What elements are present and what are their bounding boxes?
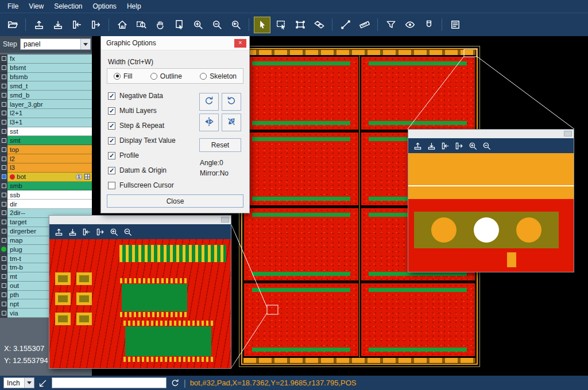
snap-button[interactable]: [420, 17, 437, 33]
layer-visibility-toggle[interactable]: [0, 254, 7, 263]
layer-row-l2[interactable]: l2: [0, 154, 92, 163]
report-button[interactable]: [447, 17, 463, 33]
layer-row-bfsmb[interactable]: bfsmb: [0, 73, 92, 82]
layer-visibility-toggle[interactable]: [0, 91, 7, 100]
layer-visibility-toggle[interactable]: [0, 200, 7, 209]
layer-visibility-toggle[interactable]: [0, 54, 7, 64]
zoom-in-button[interactable]: [469, 142, 477, 150]
zoom-out-button[interactable]: [482, 142, 491, 150]
layer-checkbox[interactable]: [2, 283, 6, 288]
ruler-button[interactable]: [356, 17, 373, 33]
layer-checkbox[interactable]: [2, 311, 6, 315]
layer-checkbox[interactable]: [2, 210, 6, 215]
marquee-select-button[interactable]: [273, 17, 289, 33]
layer-checkbox[interactable]: [2, 302, 6, 306]
layer-checkbox[interactable]: [2, 65, 6, 70]
zoom-in-button[interactable]: [110, 228, 118, 236]
radio-icon[interactable]: [150, 73, 157, 80]
layer-checkbox[interactable]: [2, 202, 6, 206]
radio-icon[interactable]: [200, 73, 207, 80]
mode-fill[interactable]: Fill: [114, 72, 132, 80]
import-right-button[interactable]: [96, 228, 105, 236]
layer-visibility-toggle[interactable]: [0, 73, 7, 82]
layer-visibility-toggle[interactable]: [0, 299, 7, 309]
layer-row-bfsmt[interactable]: bfsmt: [0, 64, 92, 73]
filter-button[interactable]: [382, 17, 399, 33]
layer-checkbox[interactable]: [2, 238, 6, 243]
layer-checkbox[interactable]: [2, 184, 6, 188]
measure-distance-button[interactable]: [337, 17, 354, 33]
option-fullscreen-cursor[interactable]: Fullscreen Cursor: [108, 181, 176, 189]
layer-checkbox[interactable]: [2, 229, 6, 233]
layer-checkbox[interactable]: [2, 256, 6, 261]
checkbox-icon[interactable]: ✓: [108, 107, 115, 115]
layer-checkbox[interactable]: [2, 274, 6, 279]
transform-select-button[interactable]: [292, 17, 308, 33]
window-button-icon[interactable]: [564, 131, 572, 136]
import-right-button[interactable]: [87, 17, 104, 33]
mirror-diagonal-button[interactable]: [222, 114, 241, 131]
layer-checkbox[interactable]: [2, 138, 6, 143]
zoom-previous-button[interactable]: [227, 17, 244, 33]
layer-row-smb[interactable]: smb: [0, 182, 92, 191]
layer-visibility-toggle[interactable]: [0, 272, 7, 282]
layer-visibility-toggle[interactable]: [0, 309, 7, 318]
layer-visibility-toggle[interactable]: [0, 109, 7, 118]
layer-row-bot[interactable]: bot1: [0, 173, 92, 182]
close-button[interactable]: Close: [107, 194, 243, 208]
menu-view[interactable]: View: [24, 1, 49, 11]
zoom-view-detail[interactable]: [49, 239, 231, 368]
layer-visibility-toggle[interactable]: [0, 127, 7, 136]
rotate-cw-button[interactable]: [199, 93, 219, 111]
layer-visibility-toggle[interactable]: [0, 154, 7, 163]
reset-button[interactable]: Reset: [199, 138, 241, 152]
layer-row-dir[interactable]: dir: [0, 200, 92, 209]
option-datum-origin[interactable]: ✓Datum & Origin: [108, 166, 176, 174]
step-combo[interactable]: panel: [20, 38, 91, 50]
menu-file[interactable]: File: [2, 1, 24, 11]
import-left-button[interactable]: [441, 142, 450, 150]
checkbox-icon[interactable]: ✓: [108, 92, 115, 100]
combo-arrow-icon[interactable]: [80, 39, 90, 49]
layer-visibility-toggle[interactable]: [0, 263, 7, 272]
import-right-button[interactable]: [455, 142, 463, 150]
zoom-in-button[interactable]: [189, 17, 206, 33]
layer-visibility-toggle[interactable]: [0, 182, 7, 191]
import-bottom-button[interactable]: [49, 17, 66, 33]
layer-checkbox[interactable]: [2, 84, 6, 88]
layer-row-ssb[interactable]: ssb: [0, 190, 92, 200]
layer-visibility-toggle[interactable]: [0, 291, 7, 300]
import-bottom-button[interactable]: [68, 228, 77, 236]
pan-hand-button[interactable]: [152, 17, 168, 33]
layer-visibility-toggle[interactable]: [0, 136, 7, 145]
layer-visibility-toggle[interactable]: [0, 173, 7, 182]
import-top-button[interactable]: [413, 142, 422, 150]
layer-visibility-toggle[interactable]: [0, 100, 7, 109]
option-multi-layers[interactable]: ✓Multi Layers: [108, 107, 176, 115]
import-top-button[interactable]: [55, 228, 63, 236]
checkbox-icon[interactable]: ✓: [108, 137, 115, 145]
layer-visibility-toggle[interactable]: [0, 81, 7, 91]
zoom-window-titlebar[interactable]: [49, 216, 231, 224]
dialog-titlebar[interactable]: Graphic Options ×: [101, 36, 249, 50]
layer-checkbox[interactable]: [2, 120, 6, 124]
mode-outline[interactable]: Outline: [150, 72, 182, 80]
layer-row-l3+1[interactable]: l3+1: [0, 118, 92, 127]
import-bottom-button[interactable]: [427, 142, 436, 150]
layer-checkbox[interactable]: [2, 165, 6, 170]
layer-visibility-toggle[interactable]: [0, 227, 7, 236]
capture-view-button[interactable]: [171, 17, 187, 33]
close-icon[interactable]: ×: [234, 39, 246, 48]
unit-combo[interactable]: Inch: [3, 377, 34, 388]
visibility-button[interactable]: [401, 17, 418, 33]
import-top-button[interactable]: [30, 17, 47, 33]
layer-checkbox[interactable]: [2, 292, 6, 297]
home-button[interactable]: [114, 17, 130, 33]
layer-checkbox[interactable]: [2, 102, 6, 107]
layer-visibility-toggle[interactable]: [0, 282, 7, 291]
checkbox-icon[interactable]: ✓: [108, 152, 115, 159]
checkbox-icon[interactable]: ✓: [108, 122, 115, 130]
checkbox-icon[interactable]: ✓: [108, 167, 115, 174]
open-folder-button[interactable]: [4, 17, 21, 33]
status-input[interactable]: [52, 377, 167, 388]
